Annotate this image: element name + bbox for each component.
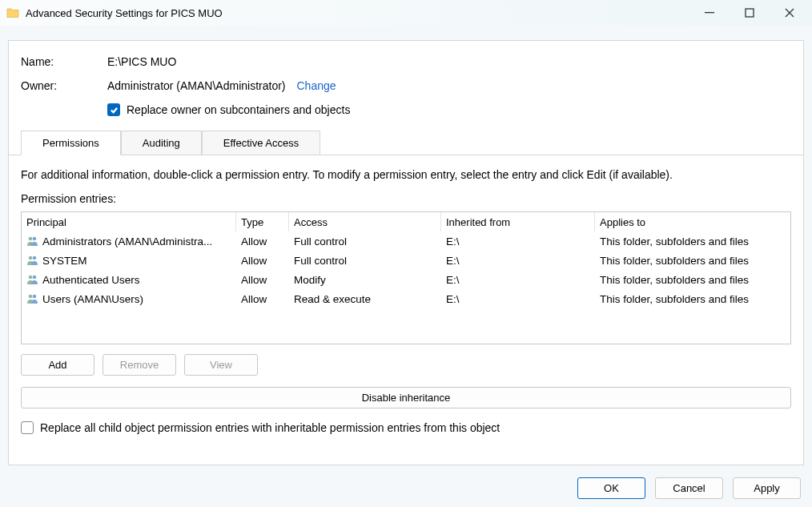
cell-applies: This folder, subfolders and files: [595, 253, 790, 268]
ok-button[interactable]: OK: [577, 477, 645, 499]
replace-child-checkbox[interactable]: [21, 421, 34, 434]
replace-owner-label: Replace owner on subcontainers and objec…: [127, 103, 350, 116]
cell-inherited: E:\: [441, 272, 595, 288]
cell-type: Allow: [236, 292, 289, 307]
entry-action-buttons: Add Remove View: [21, 354, 791, 376]
name-label: Name:: [21, 55, 107, 68]
table-body: Administrators (AMAN\Administra...AllowF…: [22, 231, 790, 308]
table-row[interactable]: Users (AMAN\Users)AllowRead & executeE:\…: [22, 289, 790, 308]
name-row: Name: E:\PICS MUO: [21, 55, 791, 68]
tab-content: For additional information, double-click…: [21, 155, 791, 434]
disable-inheritance-button[interactable]: Disable inheritance: [21, 387, 791, 408]
replace-owner-row: Replace owner on subcontainers and objec…: [107, 103, 791, 116]
replace-child-label: Replace all child object permission entr…: [40, 421, 500, 434]
svg-point-5: [33, 256, 37, 260]
cell-principal: Administrators (AMAN\Administra...: [42, 235, 212, 247]
svg-point-7: [33, 276, 37, 280]
window-controls: [698, 2, 806, 24]
cell-applies: This folder, subfolders and files: [595, 234, 790, 249]
svg-rect-1: [746, 9, 754, 17]
svg-point-3: [33, 237, 37, 241]
cell-inherited: E:\: [441, 253, 595, 268]
table-row[interactable]: SYSTEMAllowFull controlE:\This folder, s…: [22, 251, 790, 270]
cell-type: Allow: [236, 234, 289, 249]
cell-principal: Authenticated Users: [42, 274, 140, 286]
titlebar: Advanced Security Settings for PICS MUO: [0, 0, 812, 26]
cell-type: Allow: [236, 253, 289, 268]
cell-principal: Users (AMAN\Users): [42, 293, 143, 305]
tab-effective-access[interactable]: Effective Access: [202, 131, 320, 155]
cell-inherited: E:\: [441, 234, 595, 249]
window-title: Advanced Security Settings for PICS MUO: [26, 7, 698, 19]
cell-access: Modify: [289, 272, 441, 288]
cell-inherited: E:\: [441, 292, 595, 307]
column-access[interactable]: Access: [289, 212, 441, 231]
dialog-footer: OK Cancel Apply: [577, 477, 801, 499]
svg-point-4: [29, 256, 33, 260]
disable-inheritance-row: Disable inheritance: [21, 387, 791, 408]
add-button[interactable]: Add: [21, 354, 94, 376]
owner-row: Owner: Administrator (AMAN\Administrator…: [21, 79, 791, 92]
svg-point-8: [29, 295, 33, 299]
cell-applies: This folder, subfolders and files: [595, 292, 790, 307]
entries-label: Permission entries:: [21, 192, 791, 205]
svg-rect-0: [705, 12, 714, 13]
cell-applies: This folder, subfolders and files: [595, 272, 790, 288]
cancel-button[interactable]: Cancel: [655, 477, 723, 499]
remove-button: Remove: [103, 354, 176, 376]
cell-access: Full control: [289, 253, 441, 268]
tab-permissions[interactable]: Permissions: [21, 131, 121, 155]
name-value: E:\PICS MUO: [107, 55, 176, 68]
tab-bar: Permissions Auditing Effective Access: [21, 131, 791, 155]
change-owner-link[interactable]: Change: [297, 79, 336, 92]
column-applies[interactable]: Applies to: [595, 212, 790, 231]
replace-owner-checkbox[interactable]: [107, 103, 120, 116]
svg-point-9: [33, 295, 37, 299]
view-button: View: [184, 354, 258, 376]
table-row[interactable]: Administrators (AMAN\Administra...AllowF…: [22, 231, 790, 251]
cell-principal: SYSTEM: [42, 255, 87, 267]
apply-button[interactable]: Apply: [733, 477, 801, 499]
tab-auditing[interactable]: Auditing: [121, 131, 202, 155]
owner-value: Administrator (AMAN\Administrator): [107, 79, 286, 92]
svg-point-2: [29, 237, 33, 241]
table-row[interactable]: Authenticated UsersAllowModifyE:\This fo…: [22, 270, 790, 289]
group-icon: [26, 235, 39, 247]
minimize-button[interactable]: [698, 2, 721, 24]
permission-entries-table: Principal Type Access Inherited from App…: [21, 211, 791, 344]
group-icon: [26, 274, 39, 285]
column-type[interactable]: Type: [236, 212, 289, 231]
cell-access: Full control: [289, 234, 441, 249]
group-icon: [26, 255, 39, 266]
close-button[interactable]: [778, 2, 801, 24]
owner-label: Owner:: [21, 79, 107, 92]
group-icon: [26, 293, 39, 304]
table-header: Principal Type Access Inherited from App…: [22, 212, 790, 231]
replace-child-row: Replace all child object permission entr…: [21, 421, 791, 434]
svg-point-6: [29, 276, 33, 280]
help-text: For additional information, double-click…: [21, 168, 791, 181]
column-principal[interactable]: Principal: [22, 212, 236, 231]
content-panel: Name: E:\PICS MUO Owner: Administrator (…: [8, 40, 804, 465]
folder-icon: [6, 7, 19, 18]
cell-type: Allow: [236, 272, 289, 288]
cell-access: Read & execute: [289, 292, 441, 307]
column-inherited[interactable]: Inherited from: [441, 212, 595, 231]
maximize-button[interactable]: [738, 2, 761, 24]
